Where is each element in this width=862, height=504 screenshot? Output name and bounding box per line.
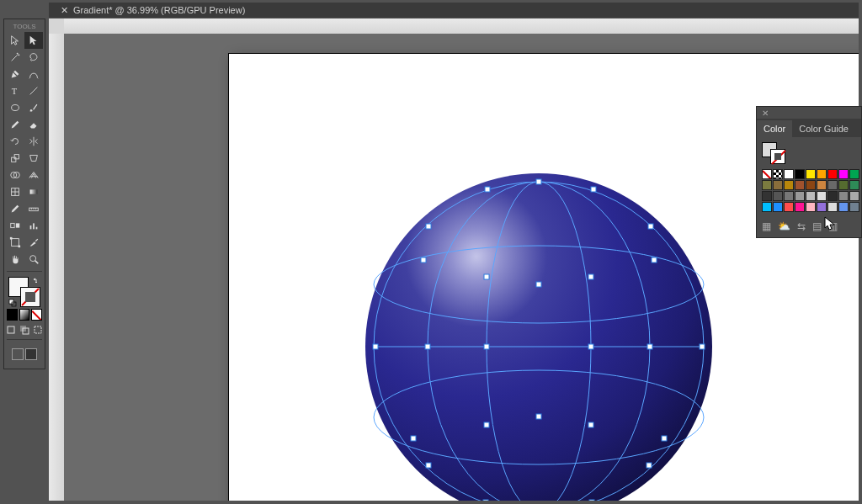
swatch[interactable] [838, 180, 849, 190]
swatch[interactable] [849, 191, 859, 201]
gradient-sphere-object[interactable] [365, 173, 712, 501]
rotate-tool[interactable] [6, 133, 24, 150]
swatch[interactable] [827, 169, 838, 179]
swatch[interactable] [806, 202, 816, 212]
column-graph-tool[interactable] [24, 217, 43, 234]
swatch[interactable] [773, 202, 783, 212]
zoom-tool[interactable] [24, 251, 43, 268]
panel-footer-icon[interactable]: ▦ [762, 220, 771, 232]
swatch[interactable] [773, 191, 783, 201]
swatch[interactable] [784, 191, 794, 201]
swatch[interactable] [795, 169, 805, 179]
workspace [49, 19, 859, 501]
swatch[interactable] [762, 169, 772, 179]
swatch[interactable] [838, 191, 849, 201]
hand-tool[interactable] [6, 251, 24, 268]
color-mode-gradient[interactable] [19, 309, 30, 321]
swatch[interactable] [838, 169, 849, 179]
magic-wand-tool[interactable] [6, 49, 24, 66]
lasso-tool[interactable] [24, 49, 43, 66]
swatch[interactable] [827, 202, 838, 212]
curvature-tool[interactable] [24, 66, 43, 82]
swatch[interactable] [838, 202, 849, 212]
swatch[interactable] [817, 180, 827, 190]
color-mode-none[interactable] [31, 309, 42, 321]
swatch[interactable] [795, 202, 805, 212]
eraser-tool[interactable] [24, 116, 43, 133]
color-mode-row [7, 309, 42, 321]
fill-stroke-indicator[interactable] [8, 277, 40, 307]
pencil-tool[interactable] [6, 116, 24, 133]
swatch[interactable] [806, 180, 816, 190]
panel-footer-icon[interactable]: ⛅ [778, 220, 790, 232]
default-fill-stroke-icon[interactable] [8, 299, 17, 307]
document-title: Gradient* @ 36.99% (RGB/GPU Preview) [73, 5, 245, 15]
swatch[interactable] [773, 180, 783, 190]
close-tab-icon[interactable]: ✕ [61, 5, 68, 16]
panel-footer-icon[interactable]: ⇆ [797, 220, 806, 232]
swatch[interactable] [784, 169, 794, 179]
swatch[interactable] [762, 202, 772, 212]
free-transform-tool[interactable] [24, 150, 43, 167]
screen-mode-row [12, 348, 37, 360]
color-mode-solid[interactable] [7, 309, 18, 321]
line-tool[interactable] [24, 82, 43, 99]
svg-rect-17 [30, 225, 32, 229]
draw-normal-icon[interactable] [5, 324, 17, 336]
shape-builder-tool[interactable] [6, 167, 24, 183]
blend-tool[interactable] [6, 217, 24, 234]
swatch[interactable] [817, 191, 827, 201]
ruler-origin[interactable] [49, 19, 64, 34]
scale-tool[interactable] [6, 150, 24, 167]
swatch[interactable] [795, 180, 805, 190]
toolbox-divider [7, 271, 42, 272]
draw-inside-icon[interactable] [32, 324, 44, 336]
swatch[interactable] [795, 191, 805, 201]
swatch[interactable] [762, 180, 772, 190]
swatch[interactable] [806, 191, 816, 201]
direct-selection-tool[interactable] [24, 32, 43, 49]
screen-mode-normal[interactable] [12, 348, 24, 360]
vertical-ruler[interactable] [49, 34, 64, 501]
mesh-tool[interactable] [6, 183, 24, 200]
svg-line-24 [35, 261, 39, 264]
swatch[interactable] [784, 180, 794, 190]
swatch[interactable] [762, 191, 772, 201]
stroke-swatch[interactable] [20, 287, 40, 307]
tab-color-guide[interactable]: Color Guide [792, 120, 855, 137]
swatch[interactable] [806, 169, 816, 179]
gradient-tool[interactable] [24, 183, 43, 200]
artboard-tool[interactable] [6, 234, 24, 251]
swatch[interactable] [849, 202, 859, 212]
panel-footer-icon[interactable]: ▥ [828, 220, 838, 232]
canvas-area[interactable] [64, 34, 859, 501]
swatch[interactable] [773, 169, 783, 179]
horizontal-ruler[interactable] [64, 19, 859, 34]
type-tool[interactable]: T [6, 82, 24, 99]
swatch[interactable] [784, 202, 794, 212]
screen-mode-full[interactable] [25, 348, 37, 360]
paintbrush-tool[interactable] [24, 99, 43, 116]
draw-behind-icon[interactable] [19, 324, 30, 336]
swatch[interactable] [817, 169, 827, 179]
swatch[interactable] [827, 191, 838, 201]
tab-color[interactable]: Color [757, 120, 792, 137]
slice-tool[interactable] [24, 234, 43, 251]
perspective-grid-tool[interactable] [24, 167, 43, 183]
swap-fill-stroke-icon[interactable] [32, 277, 40, 285]
eyedropper-tool[interactable] [6, 200, 24, 217]
panel-close-icon[interactable]: ✕ [757, 107, 861, 119]
selection-tool[interactable] [6, 32, 24, 49]
swatch[interactable] [817, 202, 827, 212]
panel-stroke-swatch[interactable] [770, 149, 785, 164]
panel-footer-icon[interactable]: ▤ [812, 220, 822, 232]
ellipse-tool[interactable] [6, 99, 24, 116]
swatch[interactable] [849, 169, 859, 179]
swatch[interactable] [849, 180, 859, 190]
pen-tool[interactable] [6, 66, 24, 82]
reflect-tool[interactable] [24, 133, 43, 150]
measure-tool[interactable] [24, 200, 43, 217]
swatch[interactable] [827, 180, 838, 190]
panel-fill-stroke[interactable] [762, 142, 785, 164]
tool-grid: T [6, 32, 43, 268]
